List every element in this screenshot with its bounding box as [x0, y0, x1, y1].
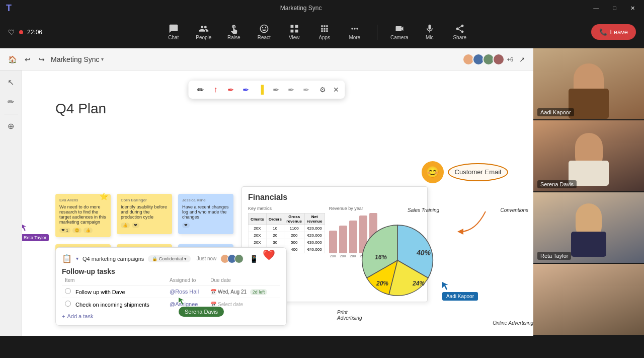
add-task-button[interactable]: + Add a task [62, 313, 280, 319]
sticky-note-3[interactable]: Jessica Kline Have a recent changes log … [178, 194, 233, 234]
pencil-tool[interactable]: ✏ [195, 84, 207, 96]
toolbar-left: 🛡 22:06 [8, 28, 42, 36]
gray-pen1-tool[interactable]: ✒ [270, 84, 282, 96]
apps-button[interactable]: Apps [314, 24, 335, 40]
table-row: 20X30500€30,000 [249, 239, 325, 246]
reta-taylor-badge: Reta Taylor [21, 234, 49, 241]
mic-button[interactable]: Mic [420, 24, 440, 40]
dropdown-arrow-icon: ▾ [101, 56, 104, 62]
more-button[interactable]: More [345, 24, 365, 40]
maximize-button[interactable]: □ [610, 4, 619, 12]
sticky-note-2[interactable]: Colin Ballinger Identify usability befor… [117, 194, 172, 234]
thumbs-reaction-2[interactable]: 👍 [121, 223, 130, 228]
camera-button[interactable]: Camera [389, 24, 410, 40]
home-button[interactable]: 🏠 [6, 53, 19, 65]
blue-pen-tool[interactable]: ✒ [240, 84, 252, 96]
board-title: Q4 Plan [55, 101, 106, 117]
undo-button[interactable]: ↩ [23, 53, 33, 65]
task-assignee-1[interactable]: @Ross Hall [170, 289, 199, 295]
confidential-badge: 🔒 Confidential ▾ [148, 255, 191, 262]
col-gross: Gross revenue [284, 213, 304, 225]
pie-label-conventions: Conventions [500, 207, 528, 213]
pie-chart-area: 40% 24% 20% 16% Sales Training Conventio… [342, 215, 493, 326]
tasks-heart-reaction[interactable]: ❤️ [263, 249, 275, 261]
task-due-badge-1: 2d left [250, 289, 268, 295]
title-bar-left: T [6, 3, 12, 14]
divider [377, 25, 377, 40]
camera-view-unknown [533, 264, 644, 336]
meeting-title: Marketing Sync ▾ [51, 55, 104, 63]
whiteboard[interactable]: ↖ ✏ ⊕ ✏ ↑ ✒ ✒ ▐ ✒ ✒ ✒ ⚙ ✕ Q4 Plan [0, 70, 533, 336]
table-row: 20X20200€20,000 [249, 232, 325, 239]
title-bar: T Marketing Sync — □ ✕ [0, 0, 644, 16]
drawing-close-button[interactable]: ✕ [333, 86, 339, 94]
task-checkbox-2[interactable] [65, 301, 71, 307]
shield-icon: 🛡 [8, 28, 15, 36]
col-item: Item [62, 275, 167, 285]
title-bar-title: Marketing Sync [12, 5, 590, 12]
people-button[interactable]: People [194, 24, 214, 40]
title-bar-controls: — □ ✕ [590, 4, 638, 13]
gray-pen3-tool[interactable]: ✒ [300, 84, 312, 96]
close-button[interactable]: ✕ [627, 4, 638, 13]
redo-button[interactable]: ↪ [37, 53, 47, 65]
note-text-1: We need to do more research to find the … [59, 204, 107, 225]
arrow-tool[interactable]: ↑ [210, 84, 222, 96]
tasks-dropdown-icon[interactable]: ▾ [76, 256, 78, 261]
drawing-settings-button[interactable]: ⚙ [319, 86, 326, 94]
top-toolbar: 🛡 22:06 Chat People Raise React View App… [0, 16, 644, 48]
share-icon [455, 24, 465, 34]
emoji-bubble: 😊 [422, 161, 444, 183]
people-icon [199, 24, 209, 34]
note-text-2: Identify usability before and during the… [121, 204, 168, 220]
side-toolbar: ↖ ✏ ⊕ [0, 70, 22, 336]
star-icon: ⭐ [100, 192, 108, 200]
tasks-table-header: Item Assigned to Due date [62, 275, 280, 285]
heart-reaction[interactable]: ❤ 1 [59, 228, 70, 233]
heart-reaction-3[interactable]: ❤ [182, 223, 190, 228]
serena-davis-badge: Serena Davis [179, 307, 224, 317]
thumbs-reaction[interactable]: 👍 [84, 228, 93, 233]
serena-name-badge: Serena Davis [537, 180, 577, 188]
smile-reaction[interactable]: 😊 [72, 228, 82, 233]
view-button[interactable]: View [284, 24, 304, 40]
participants-avatars: +6 ↗ [464, 53, 527, 65]
tasks-title: Follow-up tasks [62, 267, 280, 275]
second-toolbar: 🏠 ↩ ↪ Marketing Sync ▾ +6 ↗ [0, 48, 533, 70]
yellow-highlighter-tool[interactable]: ▐ [255, 84, 267, 96]
task-checkbox-1[interactable] [65, 288, 71, 294]
red-pen-tool[interactable]: ✒ [225, 84, 237, 96]
avatar-4 [493, 53, 505, 65]
col-orders: Orders [266, 213, 284, 225]
col-clients: Clients [249, 213, 267, 225]
heart-reaction-2[interactable]: ❤ [132, 223, 139, 228]
task-row-2: Check on incoming shipments @Assignee 📅 … [62, 298, 280, 311]
add-tool[interactable]: ⊕ [5, 118, 17, 134]
camera-view-aadi: Aadi Kapoor [533, 48, 644, 120]
svg-text:24%: 24% [412, 280, 425, 287]
share-button[interactable]: Share [450, 24, 470, 40]
gray-pen2-tool[interactable]: ✒ [285, 84, 297, 96]
task-text-2: Check on incoming shipments [75, 302, 149, 308]
react-button[interactable]: React [254, 24, 274, 40]
mic-icon [425, 24, 435, 34]
svg-text:40%: 40% [416, 249, 431, 257]
serena-cursor-area: Serena Davis [179, 298, 224, 317]
share-board-button[interactable]: ↗ [517, 53, 527, 65]
recording-time: 22:06 [27, 29, 42, 36]
raise-button[interactable]: Raise [224, 24, 244, 40]
drawing-toolbar: ✏ ↑ ✒ ✒ ▐ ✒ ✒ ✒ ⚙ ✕ [189, 81, 345, 99]
pie-chart-svg: 40% 24% 20% 16% [342, 215, 453, 306]
chat-button[interactable]: Chat [164, 24, 184, 40]
camera-view-reta: Reta Taylor [533, 192, 644, 264]
note-reactions-3: ❤ [182, 223, 229, 228]
whiteboard-container: 🏠 ↩ ↪ Marketing Sync ▾ +6 ↗ ↖ ✏ [0, 48, 533, 336]
cursor-tool[interactable]: ↖ [5, 75, 17, 90]
pie-label-print-advertising: PrintAdvertising [337, 310, 362, 321]
leave-button[interactable]: 📞 Leave [591, 24, 636, 40]
pen-tool[interactable]: ✏ [5, 94, 17, 110]
pie-label-online-advertising: Online Advertising [493, 320, 533, 326]
tasks-card-inner: ❤️ 📋 ▾ Q4 marketing campaigns 🔒 Confiden… [62, 254, 280, 319]
minimize-button[interactable]: — [590, 4, 602, 12]
tasks-table: Item Assigned to Due date Follow up with… [62, 275, 280, 310]
